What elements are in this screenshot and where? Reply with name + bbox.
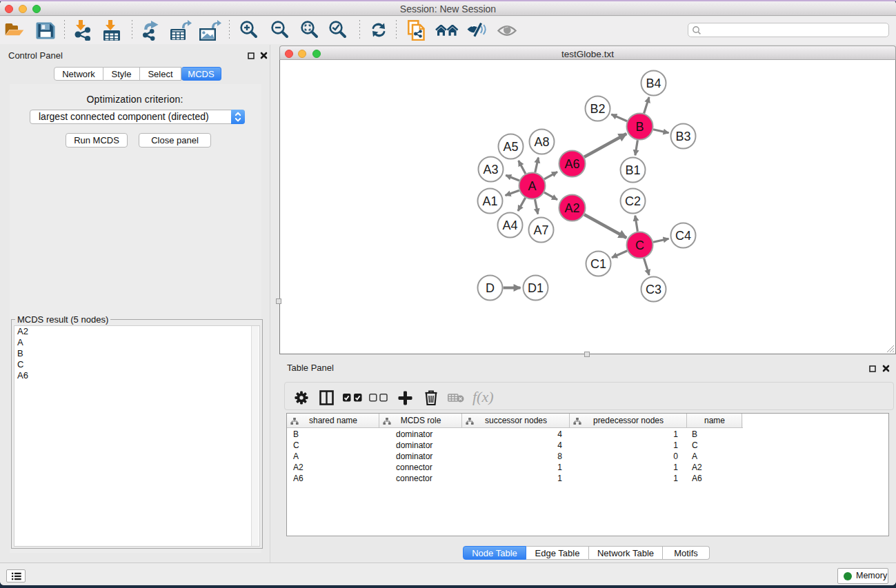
svg-text:A6: A6	[564, 157, 579, 171]
svg-text:A4: A4	[502, 219, 517, 232]
svg-text:B1: B1	[625, 163, 640, 177]
svg-text:D1: D1	[528, 281, 544, 295]
svg-text:B: B	[635, 120, 644, 134]
svg-text:C2: C2	[625, 194, 641, 208]
svg-text:C1: C1	[590, 257, 606, 271]
svg-text:A2: A2	[564, 201, 579, 215]
svg-text:A5: A5	[503, 140, 518, 154]
svg-text:A7: A7	[533, 223, 548, 237]
svg-text:A8: A8	[534, 135, 549, 149]
svg-text:C: C	[635, 239, 644, 252]
svg-text:D: D	[486, 281, 495, 295]
svg-text:A: A	[528, 179, 536, 193]
svg-text:B4: B4	[646, 77, 661, 90]
svg-text:B3: B3	[675, 130, 690, 143]
svg-text:B2: B2	[590, 102, 605, 116]
svg-text:A1: A1	[482, 194, 497, 208]
svg-text:A3: A3	[483, 163, 498, 176]
svg-text:C4: C4	[675, 229, 691, 243]
svg-text:C3: C3	[646, 283, 661, 296]
